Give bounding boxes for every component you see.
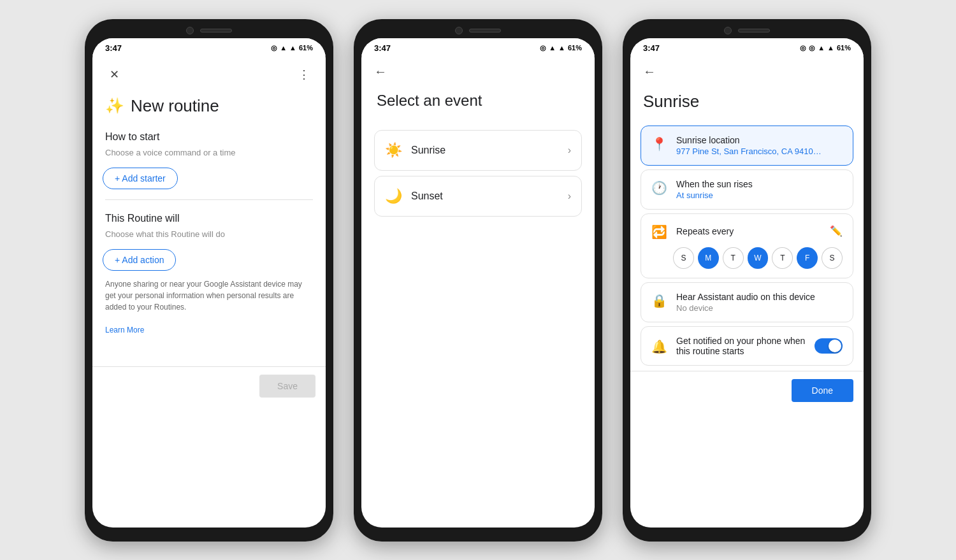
choose-action-sub: Choose what this Routine will do [92, 227, 326, 247]
day-circle-5[interactable]: F [797, 247, 818, 269]
camera-1 [186, 27, 194, 34]
location-card[interactable]: 📍 Sunrise location 977 Pine St, San Fran… [641, 126, 853, 166]
wifi-icon-2: ▲ [549, 44, 556, 52]
audio-label: Hear Assistant audio on this device [676, 292, 815, 302]
speaker-2 [469, 29, 501, 32]
save-button[interactable]: Save [259, 375, 315, 398]
how-to-start-label: How to start [92, 126, 326, 145]
time-2: 3:47 [374, 43, 391, 53]
sun-rises-card[interactable]: 🕐 When the sun rises At sunrise [641, 169, 853, 210]
day-circle-3[interactable]: W [748, 247, 769, 269]
camera-3 [724, 27, 732, 34]
add-starter-label: + Add starter [115, 173, 166, 183]
location-icon: 📍 [651, 136, 667, 152]
sunrise-chevron: › [568, 145, 571, 156]
notify-toggle[interactable] [815, 338, 843, 354]
add-starter-button[interactable]: + Add starter [103, 168, 178, 189]
camera-2 [455, 27, 463, 34]
divider-1 [105, 199, 313, 200]
add-action-label: + Add action [115, 255, 164, 265]
notch-bar-1 [92, 27, 326, 34]
page-title-text: New routine [131, 96, 219, 116]
network-icon-3: ▲ [827, 44, 834, 52]
sun-rises-content: When the sun rises At sunrise [676, 179, 753, 200]
sunset-card[interactable]: 🌙 Sunset › [374, 176, 582, 217]
sunset-icon: 🌙 [385, 188, 402, 205]
sun-rises-sub: At sunrise [676, 190, 753, 200]
how-to-start-sub: Choose a voice command or a time [92, 145, 326, 165]
location-address: 977 Pine St, San Francisco, CA 9410… [676, 147, 822, 156]
info-text-content: Anyone sharing or near your Google Assis… [105, 280, 302, 312]
menu-button[interactable]: ⋮ [293, 63, 315, 86]
screen-2: 3:47 ◎ ▲ ▲ 61% ← Select an event ☀️ Sunr… [361, 38, 595, 528]
day-circle-4[interactable]: T [772, 247, 793, 269]
sunrise-icon: ☀️ [385, 142, 402, 159]
select-event-title: Select an event [361, 84, 595, 125]
phone-1: 3:47 ◎ ▲ ▲ 61% ✕ ⋮ ✨ New routine How to … [85, 19, 333, 542]
signal-icon-1: ◎ [271, 44, 277, 52]
notch-bar-2 [361, 27, 595, 34]
day-circle-2[interactable]: T [723, 247, 744, 269]
network-icon-1: ▲ [289, 44, 296, 52]
sunrise-card-left: ☀️ Sunrise [385, 142, 445, 159]
done-button[interactable]: Done [792, 379, 853, 402]
back-button-3[interactable]: ← [630, 55, 864, 84]
toolbar-1: ✕ ⋮ [92, 55, 326, 91]
sunrise-card[interactable]: ☀️ Sunrise › [374, 130, 582, 171]
notify-label: Get notified on your phone when this rou… [676, 336, 806, 356]
sunset-label: Sunset [411, 190, 443, 202]
close-button[interactable]: ✕ [103, 63, 126, 86]
screen-content-2: ← Select an event ☀️ Sunrise › 🌙 Sunset … [361, 55, 595, 528]
battery-3: 61% [837, 44, 851, 52]
audio-sub: No device [676, 303, 815, 313]
back-icon-2: ← [374, 64, 387, 79]
status-bar-3: 3:47 ◎ ◎ ▲ ▲ 61% [630, 38, 864, 55]
status-bar-2: 3:47 ◎ ▲ ▲ 61% [361, 38, 595, 55]
repeats-edit-icon[interactable]: ✏️ [830, 225, 843, 237]
screen-content-3: ← Sunrise 📍 Sunrise location 977 Pine St… [630, 55, 864, 528]
wifi-icon-3: ▲ [818, 44, 825, 52]
speaker-3 [738, 29, 770, 32]
learn-more-link[interactable]: Learn More [105, 326, 144, 334]
location-label: Sunrise location [676, 135, 822, 145]
day-circle-0[interactable]: S [673, 247, 694, 269]
extra-icon-3: ◎ [800, 44, 806, 52]
screen-1: 3:47 ◎ ▲ ▲ 61% ✕ ⋮ ✨ New routine How to … [92, 38, 326, 528]
add-action-button[interactable]: + Add action [103, 249, 176, 271]
battery-1: 61% [299, 44, 313, 52]
done-btn-row: Done [630, 371, 864, 410]
back-button-2[interactable]: ← [361, 55, 595, 84]
signal-icon-3: ◎ [809, 44, 815, 52]
status-icons-3: ◎ ◎ ▲ ▲ 61% [800, 44, 851, 52]
this-routine-will-label: This Routine will [92, 208, 326, 227]
notify-card[interactable]: 🔔 Get notified on your phone when this r… [641, 326, 853, 366]
speaker-1 [200, 29, 232, 32]
audio-icon: 🔒 [651, 293, 667, 308]
battery-2: 61% [568, 44, 582, 52]
save-btn-row: Save [92, 366, 326, 405]
sunrise-label: Sunrise [411, 145, 445, 156]
page-title-row: ✨ New routine [92, 91, 326, 126]
sun-rises-icon: 🕐 [651, 180, 667, 196]
status-icons-1: ◎ ▲ ▲ 61% [271, 44, 313, 52]
notify-icon: 🔔 [651, 339, 667, 354]
repeats-card[interactable]: 🔁 Repeats every ✏️ SMTWTFS [641, 213, 853, 278]
repeats-icon: 🔁 [651, 224, 667, 240]
repeats-header-left: 🔁 Repeats every [651, 223, 734, 240]
time-3: 3:47 [643, 43, 660, 53]
title-icon: ✨ [105, 97, 124, 115]
phone-2: 3:47 ◎ ▲ ▲ 61% ← Select an event ☀️ Sunr… [354, 19, 602, 542]
day-circle-6[interactable]: S [822, 247, 843, 269]
phone-3: 3:47 ◎ ◎ ▲ ▲ 61% ← Sunrise 📍 Sunrise loc… [623, 19, 871, 542]
repeats-header: 🔁 Repeats every ✏️ [651, 223, 843, 240]
notch-bar-3 [630, 27, 864, 34]
location-card-content: Sunrise location 977 Pine St, San Franci… [676, 135, 822, 156]
day-circle-1[interactable]: M [698, 247, 719, 269]
status-bar-1: 3:47 ◎ ▲ ▲ 61% [92, 38, 326, 55]
days-row: SMTWTFS [651, 247, 843, 269]
signal-icon-2: ◎ [540, 44, 546, 52]
notify-text: Get notified on your phone when this rou… [676, 336, 806, 356]
audio-card[interactable]: 🔒 Hear Assistant audio on this device No… [641, 282, 853, 322]
sun-rises-label: When the sun rises [676, 179, 753, 189]
audio-card-content: Hear Assistant audio on this device No d… [676, 292, 815, 313]
